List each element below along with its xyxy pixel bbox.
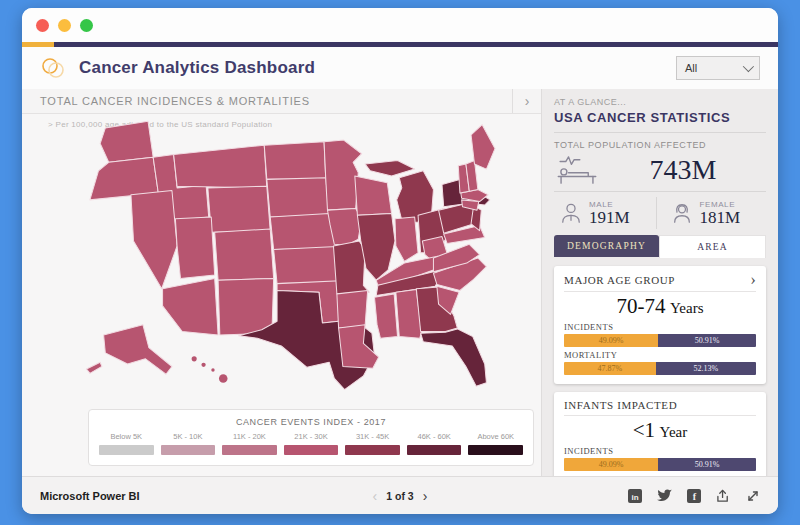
dashboard-header: Cancer Analytics Dashboard All bbox=[22, 47, 778, 89]
legend-bin-label: 46K - 60K bbox=[407, 432, 462, 441]
section-expand-button[interactable]: › bbox=[512, 89, 541, 113]
infants-value: <1 bbox=[633, 418, 655, 442]
state-SD[interactable] bbox=[267, 178, 329, 217]
mortality-bar: 47.87% 52.13% bbox=[564, 362, 756, 375]
divider bbox=[564, 415, 756, 416]
share-icon[interactable] bbox=[716, 489, 731, 503]
divider bbox=[564, 291, 756, 292]
previous-page-button[interactable]: ‹ bbox=[373, 488, 378, 504]
legend-bin: 21K - 30K bbox=[284, 432, 339, 455]
window-titlebar bbox=[22, 8, 778, 42]
incidents-male-segment: 50.91% bbox=[658, 458, 756, 471]
population-value: 743M bbox=[600, 154, 766, 186]
stats-sidebar: AT A GLANCE... USA CANCER STATISTICS TOT… bbox=[542, 89, 778, 476]
map-legend: CANCER EVENTS INDEX - 2017 Below 5K5K - … bbox=[88, 409, 534, 466]
age-card-title: MAJOR AGE GROUP bbox=[564, 274, 675, 286]
infants-unit: Year bbox=[660, 424, 688, 440]
legend-bin: Below 5K bbox=[99, 432, 154, 455]
map-section-title: TOTAL CANCER INCIDENCES & MORTALITIES bbox=[22, 95, 512, 107]
male-value: 191M bbox=[589, 209, 630, 226]
desktop-background: Cancer Analytics Dashboard All TOTAL CAN… bbox=[0, 0, 800, 525]
state-AZ[interactable] bbox=[163, 278, 219, 334]
legend-bin-label: 11K - 20K bbox=[222, 432, 277, 441]
legend-bin-swatch bbox=[284, 445, 339, 455]
female-icon bbox=[671, 201, 693, 225]
divider bbox=[554, 191, 766, 192]
page-navigation: ‹ 1 of 3 › bbox=[373, 488, 428, 504]
age-group-value: 70-74 bbox=[617, 294, 666, 318]
glance-label: AT A GLANCE... bbox=[554, 97, 766, 107]
svg-text:in: in bbox=[631, 492, 638, 501]
fullscreen-icon[interactable] bbox=[746, 489, 760, 503]
mortality-label: MORTALITY bbox=[564, 350, 756, 360]
app-window: Cancer Analytics Dashboard All TOTAL CAN… bbox=[22, 8, 778, 514]
female-value: 181M bbox=[700, 209, 741, 226]
incidents-bar: 49.09% 50.91% bbox=[564, 334, 756, 347]
state-FL[interactable] bbox=[421, 329, 487, 386]
us-choropleth-map bbox=[52, 111, 497, 393]
hospital-bed-icon bbox=[554, 155, 600, 185]
incidents-label: INCIDENTS bbox=[564, 446, 756, 456]
map-legend-items: Below 5K5K - 10K11K - 20K21K - 30K31K - … bbox=[99, 432, 523, 455]
infants-card-title: INFANTS IMPACTED bbox=[564, 399, 677, 411]
app-logo-icon bbox=[40, 56, 67, 80]
state-IN[interactable] bbox=[395, 217, 418, 261]
state-HI[interactable] bbox=[192, 356, 228, 382]
incidents-female-segment: 49.09% bbox=[564, 334, 658, 347]
page-title: Cancer Analytics Dashboard bbox=[79, 58, 315, 78]
tab-area[interactable]: AREA bbox=[659, 235, 766, 258]
legend-bin-swatch bbox=[345, 445, 400, 455]
twitter-icon[interactable] bbox=[657, 489, 672, 502]
state-WY[interactable] bbox=[208, 186, 270, 232]
legend-bin-swatch bbox=[161, 445, 216, 455]
population-row: 743M bbox=[554, 154, 766, 186]
legend-bin: 11K - 20K bbox=[222, 432, 277, 455]
state-MT[interactable] bbox=[174, 145, 267, 188]
next-page-button[interactable]: › bbox=[423, 488, 428, 504]
state-NM[interactable] bbox=[218, 278, 274, 334]
state-WA[interactable] bbox=[100, 121, 153, 162]
legend-bin: 46K - 60K bbox=[407, 432, 462, 455]
state-NV[interactable] bbox=[131, 190, 177, 288]
incidents-male-segment: 50.91% bbox=[658, 334, 756, 347]
state-ND[interactable] bbox=[264, 142, 326, 180]
facebook-icon[interactable]: f bbox=[687, 489, 701, 503]
state-AR[interactable] bbox=[337, 290, 368, 328]
minimize-window-icon[interactable] bbox=[58, 19, 71, 32]
legend-bin: 5K - 10K bbox=[161, 432, 216, 455]
state-AK[interactable] bbox=[87, 325, 172, 375]
linkedin-icon[interactable]: in bbox=[628, 489, 642, 503]
powerbi-brand: Microsoft Power BI bbox=[40, 490, 140, 502]
incidents-female-segment: 49.09% bbox=[564, 458, 658, 471]
sidebar-tabs: DEMOGRAPHY AREA bbox=[554, 235, 766, 258]
legend-bin-swatch bbox=[407, 445, 462, 455]
legend-bin-swatch bbox=[222, 445, 277, 455]
population-label: TOTAL POPULATION AFFECTED bbox=[554, 140, 766, 150]
chevron-right-icon[interactable]: › bbox=[750, 273, 756, 287]
legend-bin-swatch bbox=[99, 445, 154, 455]
legend-bin-label: Below 5K bbox=[99, 432, 154, 441]
legend-bin-swatch bbox=[468, 445, 523, 455]
state-CO[interactable] bbox=[215, 229, 274, 280]
mortality-male-segment: 52.13% bbox=[656, 362, 756, 375]
incidents-bar: 49.09% 50.91% bbox=[564, 458, 756, 471]
state-ME[interactable] bbox=[471, 125, 495, 169]
state-WI[interactable] bbox=[355, 176, 392, 215]
filter-dropdown-value: All bbox=[685, 62, 697, 74]
legend-bin: 31K - 45K bbox=[345, 432, 400, 455]
close-window-icon[interactable] bbox=[36, 19, 49, 32]
chevron-down-icon bbox=[743, 61, 754, 72]
state-MS[interactable] bbox=[374, 294, 397, 338]
tab-demography[interactable]: DEMOGRAPHY bbox=[554, 235, 659, 257]
legend-bin-label: 21K - 30K bbox=[284, 432, 339, 441]
male-cell: MALE 191M bbox=[554, 197, 656, 229]
map-panel: TOTAL CANCER INCIDENCES & MORTALITIES › … bbox=[22, 89, 542, 476]
filter-dropdown[interactable]: All bbox=[676, 56, 760, 80]
male-female-row: MALE 191M FEMALE 181M bbox=[554, 197, 766, 229]
legend-bin-label: Above 60K bbox=[468, 432, 523, 441]
male-icon bbox=[560, 201, 582, 225]
sidebar-title: USA CANCER STATISTICS bbox=[554, 110, 766, 125]
legend-bin-label: 31K - 45K bbox=[345, 432, 400, 441]
zoom-window-icon[interactable] bbox=[80, 19, 93, 32]
state-UT[interactable] bbox=[175, 217, 214, 279]
